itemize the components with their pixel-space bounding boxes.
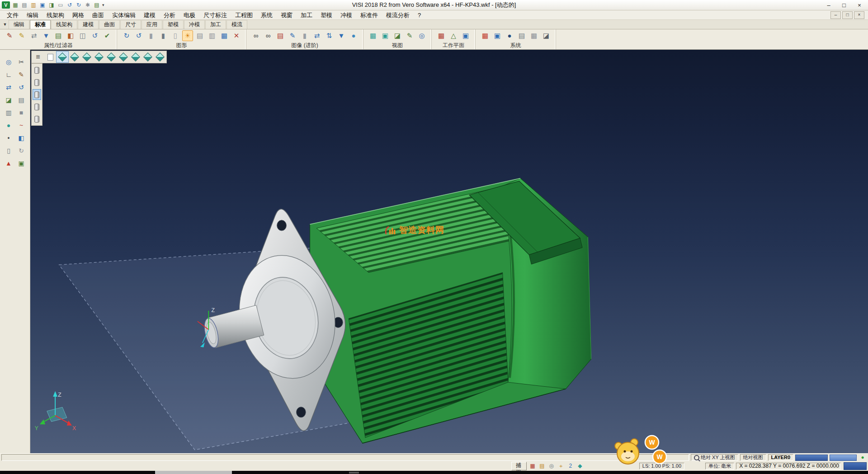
- view-right-cube-icon[interactable]: [105, 52, 117, 62]
- colored-sheets-icon[interactable]: ▤: [275, 30, 286, 41]
- view-iso2-cube-icon[interactable]: [142, 52, 154, 62]
- qat-save-all-icon[interactable]: ▤: [93, 1, 101, 9]
- menu-file[interactable]: 文件: [3, 10, 23, 20]
- cylinder-view-icon[interactable]: ▮: [146, 30, 156, 41]
- tab-die[interactable]: 冲模: [184, 20, 205, 29]
- type-filter-icon[interactable]: ◫: [77, 30, 88, 41]
- plane-icon[interactable]: ◪: [3, 94, 14, 106]
- qat-redo-icon[interactable]: ↻: [75, 1, 83, 9]
- curve-tool-icon[interactable]: ~: [15, 119, 27, 131]
- maximize-button[interactable]: □: [837, 1, 851, 9]
- glasses-alt-icon[interactable]: ∞: [263, 30, 274, 41]
- taskbar-tray-segment[interactable]: [349, 472, 359, 474]
- menu-dimension[interactable]: 尺寸标注: [199, 10, 231, 20]
- model-canvas[interactable]: Z Z X Y: [30, 50, 868, 453]
- db-layer-4-icon[interactable]: [33, 101, 41, 112]
- view-mode-field[interactable]: 绝对视图: [740, 454, 766, 461]
- view-bottom-cube-icon[interactable]: [130, 52, 142, 62]
- view-orientation-field[interactable]: 绝对 XY 上视图: [691, 454, 738, 461]
- qat-undo-icon[interactable]: ↺: [66, 1, 74, 9]
- calculator-icon[interactable]: ▤: [516, 30, 527, 41]
- refresh-icon[interactable]: ↻: [121, 30, 132, 41]
- tab-mold[interactable]: 塑模: [163, 20, 184, 29]
- qat-save-icon[interactable]: ▣: [38, 1, 47, 9]
- help-2-icon[interactable]: 2: [566, 462, 575, 470]
- qat-open-icon[interactable]: ▥: [29, 1, 38, 9]
- db-layer-1-icon[interactable]: [33, 65, 41, 76]
- rotate-icon[interactable]: ↺: [15, 81, 27, 93]
- tab-standard[interactable]: 标准: [30, 20, 51, 29]
- blocks-icon[interactable]: ▦: [219, 30, 230, 41]
- glasses-icon[interactable]: ∞: [250, 30, 261, 41]
- db-layer-5-icon[interactable]: [33, 114, 41, 124]
- edit-entity-icon[interactable]: ✎: [15, 69, 27, 81]
- tab-modeling[interactable]: 建模: [78, 20, 99, 29]
- container-icon[interactable]: ▯: [3, 145, 14, 156]
- tab-edit[interactable]: 编辑: [9, 20, 29, 29]
- swap-attributes-icon[interactable]: ⇄: [28, 30, 39, 41]
- tab-surface[interactable]: 曲面: [99, 20, 120, 29]
- menu-mold[interactable]: 塑模: [316, 10, 336, 20]
- workplane-iso-icon[interactable]: △: [448, 30, 459, 41]
- color-palette-icon[interactable]: ▦: [480, 30, 491, 41]
- menu-surface[interactable]: 曲面: [88, 10, 108, 20]
- menu-analysis[interactable]: 分析: [160, 10, 179, 20]
- mdi-minimize-button[interactable]: –: [830, 11, 841, 19]
- reset-filter-icon[interactable]: ↺: [90, 30, 100, 41]
- transform-icon[interactable]: ⇄: [311, 30, 322, 41]
- edit-attributes-icon[interactable]: ✎: [4, 30, 15, 41]
- menu-help[interactable]: ?: [414, 10, 425, 20]
- grid-settings-icon[interactable]: ▦: [528, 30, 539, 41]
- menu-machining[interactable]: 加工: [297, 10, 316, 20]
- view-wireframe-icon[interactable]: ▦: [368, 30, 378, 41]
- select-filter-icon[interactable]: ◎: [3, 56, 14, 68]
- menu-modeling[interactable]: 建模: [140, 10, 160, 20]
- view-top-cube-icon[interactable]: [118, 52, 129, 62]
- layer-field[interactable]: LAYER0: [768, 454, 793, 461]
- tab-application[interactable]: 应用: [142, 20, 162, 29]
- snap-toggle-button[interactable]: 捕捉: [511, 462, 527, 470]
- copy-attributes-icon[interactable]: ✎: [16, 30, 27, 41]
- circle-tool-icon[interactable]: ●: [3, 119, 14, 131]
- menu-edit[interactable]: 编辑: [23, 10, 42, 20]
- delete-view-icon[interactable]: ✕: [231, 30, 242, 41]
- tabbar-dropdown-caret[interactable]: ▼: [1, 20, 9, 29]
- view-plane-icon[interactable]: ◪: [392, 30, 403, 41]
- close-button[interactable]: ×: [853, 1, 866, 9]
- edit-image-icon[interactable]: ✎: [287, 30, 298, 41]
- wcs-indicator-icon[interactable]: ◆: [576, 462, 584, 470]
- menu-flow-analysis[interactable]: 模流分析: [382, 10, 414, 20]
- view-toolbar-menu-icon[interactable]: ≡: [32, 52, 44, 62]
- view-left-cube-icon[interactable]: [93, 52, 105, 62]
- layers-icon[interactable]: ▥: [3, 107, 14, 118]
- view-blank-page-icon[interactable]: [44, 52, 56, 62]
- tab-dimension[interactable]: 尺寸: [120, 20, 141, 29]
- raise-icon[interactable]: ⇅: [324, 30, 335, 41]
- minimize-button[interactable]: –: [822, 1, 835, 9]
- tab-flow[interactable]: 模流: [226, 20, 247, 29]
- sheet-icon[interactable]: ▤: [15, 94, 27, 106]
- workplane-xy-icon[interactable]: ▦: [436, 30, 447, 41]
- view-front-cube-icon[interactable]: [69, 52, 80, 62]
- redo-tool-icon[interactable]: ↻: [15, 145, 27, 156]
- cylinder-wire-icon[interactable]: ▯: [170, 30, 181, 41]
- axis-origin-icon[interactable]: ∟: [3, 69, 14, 81]
- regen-icon[interactable]: ↺: [133, 30, 144, 41]
- sphere-icon[interactable]: ●: [348, 30, 359, 41]
- menu-system[interactable]: 系统: [257, 10, 277, 20]
- mdi-restore-button[interactable]: □: [842, 11, 853, 19]
- menu-die[interactable]: 冲模: [336, 10, 356, 20]
- view-eye-icon[interactable]: ◎: [416, 30, 427, 41]
- funnel-icon[interactable]: ▼: [336, 30, 347, 41]
- pages-icon[interactable]: ▥: [207, 30, 217, 41]
- shading-on-icon[interactable]: ☀: [182, 30, 193, 41]
- qat-print-icon[interactable]: ▭: [57, 1, 65, 9]
- qat-settings-icon[interactable]: ✱: [84, 1, 92, 9]
- tab-wireframe[interactable]: 线架构: [51, 20, 77, 29]
- point-tool-icon[interactable]: •: [3, 132, 14, 144]
- view-iso-cube-icon[interactable]: [57, 52, 68, 62]
- qat-view-icon[interactable]: ▦: [11, 1, 19, 9]
- block-icon[interactable]: ■: [15, 107, 27, 118]
- cylinder-shaded-icon[interactable]: ▮: [158, 30, 169, 41]
- menu-solid-edit[interactable]: 实体编辑: [108, 10, 140, 20]
